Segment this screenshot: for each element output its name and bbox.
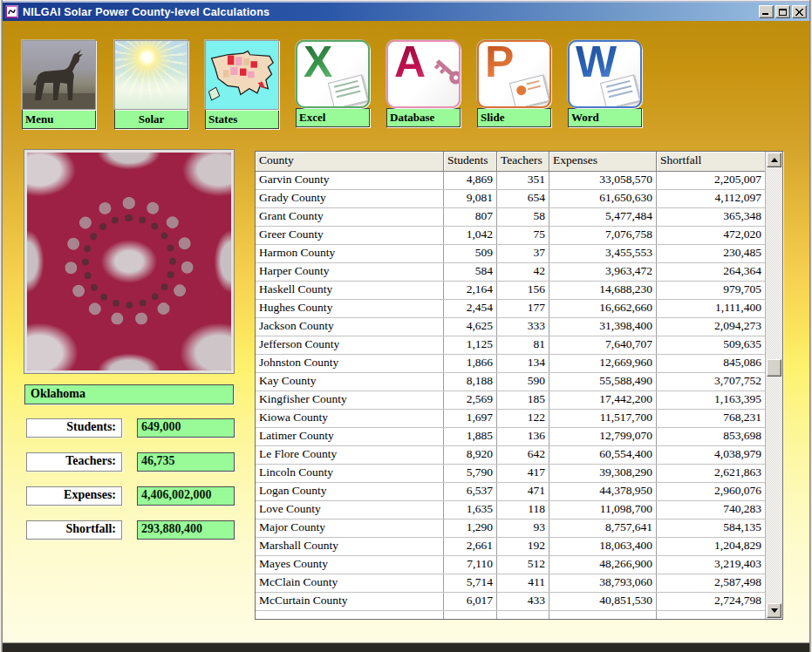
column-header-teachers[interactable]: Teachers: [497, 152, 549, 171]
cell-shortfall: 365,348: [657, 208, 765, 226]
table-row[interactable]: Kiowa County1,69712211,517,700768,231: [256, 410, 765, 428]
table-scrollbar[interactable]: [765, 152, 782, 619]
cell-teachers: 411: [497, 574, 549, 592]
column-header-county[interactable]: County: [256, 152, 444, 171]
minimize-icon: [762, 13, 768, 15]
toolbar-button-label: Solar: [114, 110, 188, 129]
table-row[interactable]: Major County1,290938,757,641584,135: [256, 520, 765, 538]
window-border-bottom: [0, 642, 812, 652]
cell-county: Mayes County: [256, 556, 444, 574]
cell-county: Marshall County: [256, 538, 444, 555]
cell-teachers: 642: [497, 446, 549, 464]
cell-shortfall: 2,960,076: [657, 483, 765, 500]
cell-teachers: 471: [497, 483, 549, 500]
cell-county: Latimer County: [256, 428, 444, 445]
scroll-up-button[interactable]: [767, 153, 781, 167]
cell-county: Harper County: [256, 263, 444, 281]
cell-students: 584: [444, 263, 497, 281]
table-row[interactable]: Harper County584423,963,472264,364: [256, 263, 765, 282]
table-row[interactable]: Greer County1,042757,076,758472,020: [256, 227, 765, 245]
cell-shortfall: 853,698: [657, 428, 765, 445]
powerpoint-icon: P: [477, 40, 551, 108]
students-value-field[interactable]: 649,000: [137, 418, 235, 438]
toolbar-button-slide[interactable]: P Slide: [477, 40, 551, 127]
cell-county: Le Flore County: [256, 446, 444, 464]
table-row[interactable]: Logan County6,53747144,378,9502,960,076: [256, 483, 765, 501]
table-row[interactable]: Grant County807585,477,484365,348: [256, 208, 765, 227]
cell-expenses: 44,378,950: [549, 483, 657, 500]
table-row[interactable]: Love County1,63511811,098,700740,283: [256, 501, 765, 520]
cell-students: 1,042: [444, 227, 497, 244]
expenses-value-field[interactable]: 4,406,002,000: [137, 486, 235, 506]
cell-students: 807: [444, 208, 497, 226]
table-body: Garvin County4,86935133,058,5702,205,007…: [256, 172, 765, 619]
table-row[interactable]: Jackson County4,62533331,398,4002,094,27…: [256, 318, 765, 336]
cell-students: 1,885: [444, 428, 497, 445]
cell-shortfall: 979,705: [657, 282, 765, 299]
cell-teachers: 93: [497, 520, 549, 537]
cell-students: 2,454: [444, 300, 497, 317]
cell-county: Haskell County: [256, 282, 444, 299]
table-row[interactable]: Harmon County509373,455,553230,485: [256, 245, 765, 263]
close-button[interactable]: [792, 5, 807, 18]
cell-teachers: 351: [497, 172, 549, 189]
table-row[interactable]: McClain County5,71441138,793,0602,587,49…: [256, 574, 765, 593]
table-row[interactable]: Kay County8,18859055,588,4903,707,752: [256, 373, 765, 391]
cell-students: 1,290: [444, 520, 497, 537]
cell-shortfall: 1,111,400: [657, 300, 765, 317]
maximize-button[interactable]: [775, 5, 790, 18]
cell-county: Love County: [256, 501, 444, 519]
toolbar-button-label: States: [205, 110, 279, 129]
toolbar-button-database[interactable]: A Database: [386, 40, 461, 127]
shortfall-value-field[interactable]: 293,880,400: [137, 520, 235, 540]
cell-expenses: 31,398,400: [549, 318, 657, 336]
table-row[interactable]: Mayes County7,11051248,266,9003,219,403: [256, 556, 765, 574]
table-row[interactable]: McCurtain County6,01743340,851,5302,724,…: [256, 593, 765, 611]
toolbar-button-label: Word: [568, 108, 642, 127]
scrollbar-thumb[interactable]: [767, 359, 781, 377]
cell-teachers: 417: [497, 465, 549, 482]
table-row[interactable]: Le Flore County8,92064260,554,4004,038,9…: [256, 446, 765, 465]
table-row[interactable]: Latimer County1,88513612,799,070853,698: [256, 428, 765, 446]
app-window: NILGAI Solar Power County-level Calculat…: [0, 0, 812, 652]
shortfall-label: Shortfall:: [26, 520, 122, 540]
county-table: County Students Teachers Expenses Shortf…: [255, 151, 783, 620]
table-row[interactable]: [256, 611, 765, 619]
toolbar-button-word[interactable]: W Word: [568, 40, 642, 127]
cell-teachers: 177: [497, 300, 549, 317]
toolbar-button-menu[interactable]: Menu: [22, 40, 96, 129]
minimize-button[interactable]: [759, 5, 774, 18]
cell-county: Jackson County: [256, 318, 444, 336]
table-row[interactable]: Lincoln County5,79041739,308,2902,621,86…: [256, 465, 765, 483]
toolbar-button-excel[interactable]: X Excel: [296, 40, 370, 127]
table-row[interactable]: Grady County9,08165461,650,6304,112,097: [256, 190, 765, 208]
sun-icon: [114, 40, 188, 110]
toolbar-button-solar[interactable]: Solar: [114, 40, 188, 129]
column-header-shortfall[interactable]: Shortfall: [657, 152, 765, 171]
title-bar[interactable]: NILGAI Solar Power County-level Calculat…: [3, 3, 809, 21]
column-header-students[interactable]: Students: [444, 152, 497, 171]
scroll-down-button[interactable]: [767, 603, 781, 618]
toolbar-button-states[interactable]: States: [205, 40, 279, 129]
table-row[interactable]: Hughes County2,45417716,662,6601,111,400: [256, 300, 765, 318]
table-row[interactable]: Jefferson County1,125817,640,707509,635: [256, 336, 765, 355]
cell-county: Logan County: [256, 483, 444, 500]
cell-expenses: 7,640,707: [549, 336, 657, 354]
cell-students: 1,697: [444, 410, 497, 427]
table-row[interactable]: Haskell County2,16415614,688,230979,705: [256, 282, 765, 300]
column-header-expenses[interactable]: Expenses: [549, 152, 657, 171]
table-row[interactable]: Garvin County4,86935133,058,5702,205,007: [256, 172, 765, 190]
cell-expenses: 33,058,570: [549, 172, 657, 189]
table-row[interactable]: Johnston County1,86613412,669,960845,086: [256, 355, 765, 373]
cell-county: Kiowa County: [256, 410, 444, 427]
table-row[interactable]: Kingfisher County2,56918517,442,2001,163…: [256, 391, 765, 410]
cell-county: McClain County: [256, 574, 444, 592]
cell-students: 4,625: [444, 318, 497, 336]
cell-teachers: 118: [497, 501, 549, 519]
teachers-value-field[interactable]: 46,735: [137, 452, 235, 472]
cell-shortfall: 768,231: [657, 410, 765, 427]
window-background: Menu Solar: [3, 21, 809, 642]
cell-shortfall: 3,219,403: [657, 556, 765, 574]
table-row[interactable]: Marshall County2,66119218,063,4001,204,8…: [256, 538, 765, 556]
cell-shortfall: 4,038,979: [657, 446, 765, 464]
